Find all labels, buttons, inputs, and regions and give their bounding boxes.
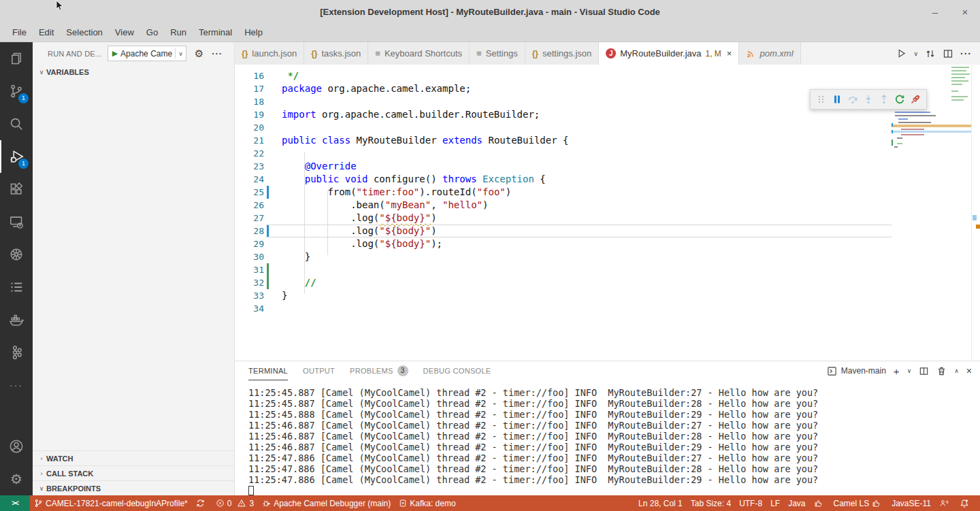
code-line-33[interactable]: 33}: [235, 289, 980, 302]
tab-keyboard-shortcuts[interactable]: ≡ Keyboard Shortcuts: [368, 42, 470, 65]
pause-icon[interactable]: [829, 91, 845, 108]
start-debug-icon[interactable]: ▶: [112, 49, 118, 58]
terminal-output[interactable]: 11:25:45.887 [Camel (MyCoolCamel) thread…: [235, 380, 980, 495]
menu-help[interactable]: Help: [238, 24, 269, 42]
line-number[interactable]: 34: [235, 302, 264, 315]
line-number[interactable]: 17: [235, 82, 264, 95]
run-java-icon[interactable]: [896, 48, 906, 59]
code-line-24[interactable]: 24 public void configure() throws Except…: [235, 173, 980, 186]
tab-launch-json[interactable]: {} launch.json: [235, 42, 304, 65]
kafka-icon[interactable]: [0, 336, 33, 369]
code-line-19[interactable]: 19import org.apache.camel.builder.RouteB…: [235, 108, 980, 121]
line-number[interactable]: 29: [235, 237, 264, 250]
terminal-name[interactable]: Maven-main: [841, 366, 886, 376]
launch-config-dropdown[interactable]: ▶ Apache Came ∨: [108, 46, 186, 61]
run-dropdown-chevron-icon[interactable]: ∨: [913, 50, 918, 57]
panel-tab-output[interactable]: OUTPUT: [303, 361, 335, 380]
extensions-icon[interactable]: [0, 173, 33, 205]
code-line-30[interactable]: 30 }: [235, 250, 980, 263]
camel-debugger-item[interactable]: Apache Camel Debugger (main): [258, 495, 395, 511]
account-icon[interactable]: [0, 430, 33, 463]
line-number[interactable]: 21: [235, 134, 264, 147]
line-number[interactable]: 20: [235, 121, 264, 134]
cursor-position[interactable]: Ln 28, Col 1: [634, 495, 687, 511]
debug-views-more-icon[interactable]: ···: [212, 48, 223, 59]
code-line-26[interactable]: 26 .bean("myBean", "hello"): [235, 199, 980, 212]
code-line-29[interactable]: 29 .log("${body}");: [235, 237, 980, 250]
step-over-icon[interactable]: [845, 91, 860, 108]
disconnect-icon[interactable]: [908, 91, 924, 108]
code-line-27[interactable]: 27 .log("${body}"): [235, 212, 980, 225]
search-icon[interactable]: [0, 108, 33, 140]
code-line-25[interactable]: 25 from("timer:foo").routeId("foo"): [235, 186, 980, 199]
settings-gear-icon[interactable]: ⚙: [0, 463, 33, 495]
variables-section-header[interactable]: ∨ VARIABLES: [33, 65, 234, 80]
line-number[interactable]: 30: [235, 250, 264, 263]
tab-pom-xml[interactable]: pom.xml: [739, 42, 800, 65]
watch-section-header[interactable]: › WATCH: [33, 450, 234, 465]
code-line-20[interactable]: 20: [235, 121, 980, 134]
step-out-icon[interactable]: [877, 91, 892, 108]
git-branch-item[interactable]: CAMEL-17821-camel-debugInAProfile*: [30, 495, 192, 511]
tab-settings-json[interactable]: {} settings.json: [525, 42, 600, 65]
explorer-icon[interactable]: [0, 42, 33, 75]
kafka-item[interactable]: Kafka: demo: [395, 495, 459, 511]
compare-changes-icon[interactable]: [925, 48, 936, 59]
remote-explorer-icon[interactable]: [0, 205, 33, 238]
notifications-item[interactable]: [956, 495, 976, 511]
panel-tab-problems[interactable]: PROBLEMS3: [350, 361, 408, 380]
camel-ls-item[interactable]: Camel LS: [830, 495, 888, 511]
code-line-34[interactable]: 34: [235, 302, 980, 315]
step-into-icon[interactable]: [860, 91, 876, 108]
line-number[interactable]: 33: [235, 289, 264, 302]
sync-item[interactable]: [192, 495, 212, 511]
code-line-31[interactable]: 31: [235, 263, 980, 276]
kill-terminal-trash-icon[interactable]: [936, 366, 947, 376]
line-number[interactable]: 32: [235, 276, 264, 289]
maximize-panel-icon[interactable]: ∧: [954, 367, 959, 374]
close-button[interactable]: ×: [950, 6, 980, 18]
menu-edit[interactable]: Edit: [33, 24, 60, 42]
line-number[interactable]: 23: [235, 160, 264, 173]
line-number[interactable]: 16: [235, 69, 264, 82]
breakpoints-section-header[interactable]: ∨ BREAKPOINTS: [33, 480, 234, 495]
menu-view[interactable]: View: [109, 24, 140, 42]
line-number[interactable]: 18: [235, 95, 264, 108]
docker-icon[interactable]: [0, 303, 33, 336]
panel-tab-terminal[interactable]: TERMINAL: [248, 361, 288, 380]
menu-run[interactable]: Run: [164, 24, 193, 42]
eol-sequence[interactable]: LF: [766, 495, 784, 511]
menu-go[interactable]: Go: [140, 24, 164, 42]
close-panel-icon[interactable]: ×: [966, 365, 972, 376]
code-line-22[interactable]: 22: [235, 147, 980, 160]
overview-ruler[interactable]: [971, 65, 980, 361]
toolbar-drag-handle[interactable]: [813, 91, 829, 108]
language-mode[interactable]: Java: [784, 495, 809, 511]
tab-settings[interactable]: ≡ Settings: [470, 42, 525, 65]
line-number[interactable]: 25: [235, 186, 264, 199]
new-terminal-icon[interactable]: +: [894, 365, 900, 377]
code-editor[interactable]: 16 */17package org.apache.camel.example;…: [235, 65, 980, 361]
menu-terminal[interactable]: Terminal: [193, 24, 238, 42]
tab-size[interactable]: Tab Size: 4: [687, 495, 735, 511]
java-runtime-item[interactable]: JavaSE-11: [887, 495, 935, 511]
terminal-dropdown-chevron-icon[interactable]: ∨: [907, 367, 912, 374]
tab-tasks-json[interactable]: {} tasks.json: [304, 42, 368, 65]
more-actions-icon[interactable]: ···: [960, 48, 972, 59]
code-line-23[interactable]: 23 @Override: [235, 160, 980, 173]
menu-selection[interactable]: Selection: [60, 24, 108, 42]
code-line-16[interactable]: 16 */: [235, 69, 980, 82]
source-control-icon[interactable]: 1: [0, 75, 33, 108]
kubernetes-icon[interactable]: [0, 238, 33, 271]
line-number[interactable]: 27: [235, 212, 264, 225]
split-terminal-icon[interactable]: [919, 366, 929, 376]
additional-views-icon[interactable]: ···: [0, 369, 33, 401]
encoding[interactable]: UTF-8: [735, 495, 766, 511]
code-line-28[interactable]: 28 .log("${body}"): [235, 225, 980, 237]
code-line-21[interactable]: 21public class MyRouteBuilder extends Ro…: [235, 134, 980, 147]
code-line-32[interactable]: 32 //: [235, 276, 980, 289]
line-number[interactable]: 28: [235, 225, 264, 237]
line-number[interactable]: 31: [235, 263, 264, 276]
close-tab-icon[interactable]: ×: [727, 48, 732, 59]
problems-item[interactable]: 0 3: [212, 495, 258, 511]
